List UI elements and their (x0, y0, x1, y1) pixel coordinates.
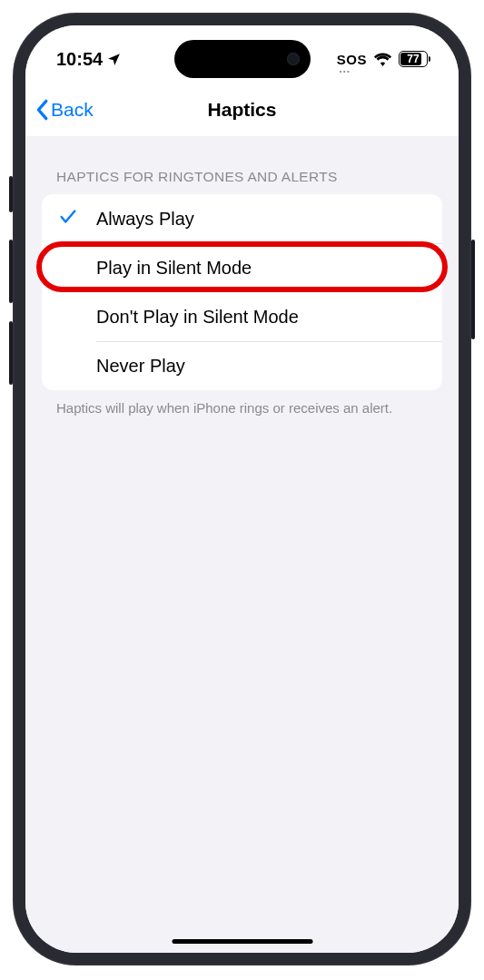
status-right: SOS 77 (337, 51, 428, 67)
check-column (58, 207, 96, 230)
back-label: Back (51, 99, 94, 121)
side-button-right (471, 240, 475, 339)
option-row[interactable]: Play in Silent Mode (42, 243, 442, 292)
phone-frame: 10:54 SOS 77 (13, 13, 471, 965)
screen: 10:54 SOS 77 (25, 25, 459, 953)
section-footer: Haptics will play when iPhone rings or r… (42, 390, 442, 417)
nav-bar: Back Haptics (25, 83, 459, 136)
option-label: Always Play (96, 209, 194, 230)
option-row[interactable]: Never Play (42, 341, 442, 390)
option-label: Play in Silent Mode (96, 258, 252, 279)
status-left: 10:54 (56, 49, 122, 70)
side-buttons-left (9, 176, 13, 212)
content-area: HAPTICS FOR RINGTONES AND ALERTS Always … (25, 136, 459, 953)
option-row[interactable]: Don't Play in Silent Mode (42, 292, 442, 341)
back-button[interactable]: Back (35, 99, 94, 121)
wifi-icon (373, 52, 392, 66)
option-label: Never Play (96, 356, 185, 377)
dynamic-island (174, 40, 311, 78)
location-icon (106, 52, 122, 67)
home-indicator[interactable] (172, 939, 312, 944)
section-header: HAPTICS FOR RINGTONES AND ALERTS (42, 169, 442, 194)
chevron-left-icon (35, 99, 49, 121)
page-title: Haptics (208, 99, 277, 121)
battery-percent: 77 (407, 53, 419, 65)
front-camera (287, 53, 300, 65)
option-label: Don't Play in Silent Mode (96, 307, 299, 328)
status-time: 10:54 (56, 49, 103, 70)
option-row[interactable]: Always Play (42, 194, 442, 243)
sos-indicator: SOS (337, 52, 367, 67)
battery-indicator: 77 (399, 51, 428, 67)
checkmark-icon (58, 207, 78, 230)
options-list: Always PlayPlay in Silent ModeDon't Play… (42, 194, 442, 390)
